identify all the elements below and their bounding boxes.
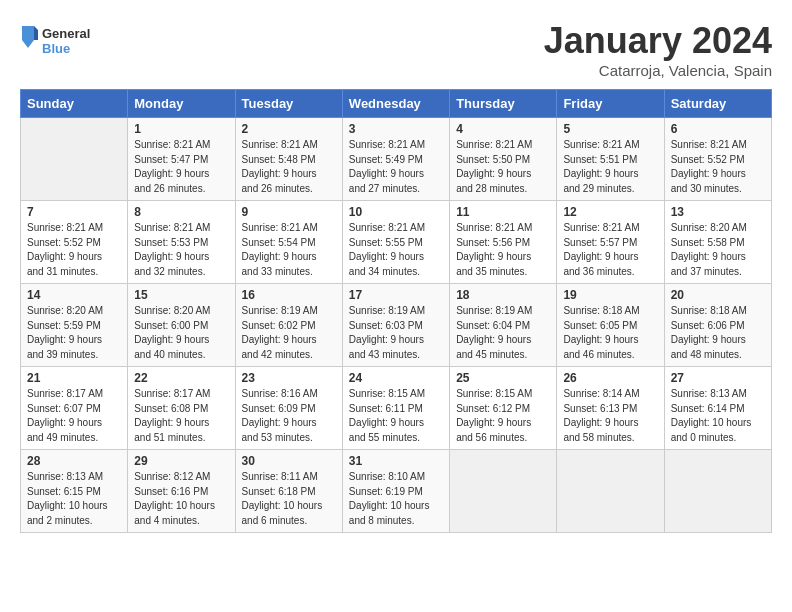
day-number: 15	[134, 288, 228, 302]
day-number: 21	[27, 371, 121, 385]
sunset-text: Sunset: 6:13 PM	[563, 403, 637, 414]
table-cell: 2 Sunrise: 8:21 AM Sunset: 5:48 PM Dayli…	[235, 118, 342, 201]
daylight-text: Daylight: 10 hours and 8 minutes.	[349, 500, 430, 526]
table-cell	[450, 450, 557, 533]
day-number: 16	[242, 288, 336, 302]
cell-content: Sunrise: 8:21 AM Sunset: 5:48 PM Dayligh…	[242, 138, 336, 196]
table-cell: 1 Sunrise: 8:21 AM Sunset: 5:47 PM Dayli…	[128, 118, 235, 201]
header-thursday: Thursday	[450, 90, 557, 118]
table-cell: 17 Sunrise: 8:19 AM Sunset: 6:03 PM Dayl…	[342, 284, 449, 367]
sunset-text: Sunset: 6:19 PM	[349, 486, 423, 497]
day-number: 2	[242, 122, 336, 136]
table-cell: 15 Sunrise: 8:20 AM Sunset: 6:00 PM Dayl…	[128, 284, 235, 367]
sunset-text: Sunset: 5:49 PM	[349, 154, 423, 165]
daylight-text: Daylight: 9 hours and 56 minutes.	[456, 417, 531, 443]
cell-content: Sunrise: 8:21 AM Sunset: 5:51 PM Dayligh…	[563, 138, 657, 196]
table-cell: 27 Sunrise: 8:13 AM Sunset: 6:14 PM Dayl…	[664, 367, 771, 450]
header-saturday: Saturday	[664, 90, 771, 118]
cell-content: Sunrise: 8:18 AM Sunset: 6:05 PM Dayligh…	[563, 304, 657, 362]
sunset-text: Sunset: 6:15 PM	[27, 486, 101, 497]
daylight-text: Daylight: 9 hours and 39 minutes.	[27, 334, 102, 360]
daylight-text: Daylight: 9 hours and 27 minutes.	[349, 168, 424, 194]
day-number: 10	[349, 205, 443, 219]
day-number: 20	[671, 288, 765, 302]
daylight-text: Daylight: 9 hours and 33 minutes.	[242, 251, 317, 277]
sunrise-text: Sunrise: 8:20 AM	[27, 305, 103, 316]
daylight-text: Daylight: 9 hours and 30 minutes.	[671, 168, 746, 194]
table-cell: 5 Sunrise: 8:21 AM Sunset: 5:51 PM Dayli…	[557, 118, 664, 201]
sunset-text: Sunset: 5:54 PM	[242, 237, 316, 248]
cell-content: Sunrise: 8:21 AM Sunset: 5:49 PM Dayligh…	[349, 138, 443, 196]
cell-content: Sunrise: 8:21 AM Sunset: 5:52 PM Dayligh…	[27, 221, 121, 279]
sunset-text: Sunset: 5:56 PM	[456, 237, 530, 248]
sunset-text: Sunset: 6:16 PM	[134, 486, 208, 497]
sunset-text: Sunset: 5:59 PM	[27, 320, 101, 331]
sunrise-text: Sunrise: 8:21 AM	[27, 222, 103, 233]
table-cell: 29 Sunrise: 8:12 AM Sunset: 6:16 PM Dayl…	[128, 450, 235, 533]
sunset-text: Sunset: 5:58 PM	[671, 237, 745, 248]
sunset-text: Sunset: 5:47 PM	[134, 154, 208, 165]
sunrise-text: Sunrise: 8:10 AM	[349, 471, 425, 482]
day-number: 17	[349, 288, 443, 302]
sunrise-text: Sunrise: 8:13 AM	[27, 471, 103, 482]
day-number: 3	[349, 122, 443, 136]
table-cell	[21, 118, 128, 201]
header-tuesday: Tuesday	[235, 90, 342, 118]
table-cell: 11 Sunrise: 8:21 AM Sunset: 5:56 PM Dayl…	[450, 201, 557, 284]
table-cell: 12 Sunrise: 8:21 AM Sunset: 5:57 PM Dayl…	[557, 201, 664, 284]
table-cell: 19 Sunrise: 8:18 AM Sunset: 6:05 PM Dayl…	[557, 284, 664, 367]
week-row-2: 7 Sunrise: 8:21 AM Sunset: 5:52 PM Dayli…	[21, 201, 772, 284]
sunset-text: Sunset: 5:57 PM	[563, 237, 637, 248]
cell-content: Sunrise: 8:13 AM Sunset: 6:15 PM Dayligh…	[27, 470, 121, 528]
sunset-text: Sunset: 5:52 PM	[671, 154, 745, 165]
sunrise-text: Sunrise: 8:19 AM	[456, 305, 532, 316]
cell-content: Sunrise: 8:15 AM Sunset: 6:12 PM Dayligh…	[456, 387, 550, 445]
daylight-text: Daylight: 9 hours and 37 minutes.	[671, 251, 746, 277]
daylight-text: Daylight: 9 hours and 36 minutes.	[563, 251, 638, 277]
daylight-text: Daylight: 9 hours and 29 minutes.	[563, 168, 638, 194]
table-cell: 28 Sunrise: 8:13 AM Sunset: 6:15 PM Dayl…	[21, 450, 128, 533]
svg-text:General: General	[42, 26, 90, 41]
sunset-text: Sunset: 6:04 PM	[456, 320, 530, 331]
cell-content: Sunrise: 8:19 AM Sunset: 6:04 PM Dayligh…	[456, 304, 550, 362]
sunset-text: Sunset: 5:51 PM	[563, 154, 637, 165]
table-cell: 14 Sunrise: 8:20 AM Sunset: 5:59 PM Dayl…	[21, 284, 128, 367]
sunrise-text: Sunrise: 8:21 AM	[242, 222, 318, 233]
table-cell: 10 Sunrise: 8:21 AM Sunset: 5:55 PM Dayl…	[342, 201, 449, 284]
day-number: 23	[242, 371, 336, 385]
table-cell: 26 Sunrise: 8:14 AM Sunset: 6:13 PM Dayl…	[557, 367, 664, 450]
table-cell	[557, 450, 664, 533]
daylight-text: Daylight: 9 hours and 42 minutes.	[242, 334, 317, 360]
daylight-text: Daylight: 9 hours and 26 minutes.	[134, 168, 209, 194]
table-cell: 23 Sunrise: 8:16 AM Sunset: 6:09 PM Dayl…	[235, 367, 342, 450]
sunrise-text: Sunrise: 8:21 AM	[456, 139, 532, 150]
day-number: 14	[27, 288, 121, 302]
day-number: 29	[134, 454, 228, 468]
day-number: 5	[563, 122, 657, 136]
calendar-header-row: SundayMondayTuesdayWednesdayThursdayFrid…	[21, 90, 772, 118]
daylight-text: Daylight: 10 hours and 4 minutes.	[134, 500, 215, 526]
day-number: 22	[134, 371, 228, 385]
day-number: 18	[456, 288, 550, 302]
sunset-text: Sunset: 5:50 PM	[456, 154, 530, 165]
sunrise-text: Sunrise: 8:17 AM	[134, 388, 210, 399]
sunset-text: Sunset: 6:03 PM	[349, 320, 423, 331]
cell-content: Sunrise: 8:21 AM Sunset: 5:47 PM Dayligh…	[134, 138, 228, 196]
table-cell: 16 Sunrise: 8:19 AM Sunset: 6:02 PM Dayl…	[235, 284, 342, 367]
cell-content: Sunrise: 8:21 AM Sunset: 5:54 PM Dayligh…	[242, 221, 336, 279]
header-sunday: Sunday	[21, 90, 128, 118]
sunset-text: Sunset: 6:12 PM	[456, 403, 530, 414]
cell-content: Sunrise: 8:21 AM Sunset: 5:53 PM Dayligh…	[134, 221, 228, 279]
cell-content: Sunrise: 8:15 AM Sunset: 6:11 PM Dayligh…	[349, 387, 443, 445]
day-number: 6	[671, 122, 765, 136]
table-cell: 18 Sunrise: 8:19 AM Sunset: 6:04 PM Dayl…	[450, 284, 557, 367]
table-cell: 25 Sunrise: 8:15 AM Sunset: 6:12 PM Dayl…	[450, 367, 557, 450]
cell-content: Sunrise: 8:21 AM Sunset: 5:55 PM Dayligh…	[349, 221, 443, 279]
daylight-text: Daylight: 9 hours and 45 minutes.	[456, 334, 531, 360]
table-cell	[664, 450, 771, 533]
day-number: 11	[456, 205, 550, 219]
daylight-text: Daylight: 9 hours and 46 minutes.	[563, 334, 638, 360]
sunrise-text: Sunrise: 8:20 AM	[134, 305, 210, 316]
sunset-text: Sunset: 6:02 PM	[242, 320, 316, 331]
table-cell: 22 Sunrise: 8:17 AM Sunset: 6:08 PM Dayl…	[128, 367, 235, 450]
